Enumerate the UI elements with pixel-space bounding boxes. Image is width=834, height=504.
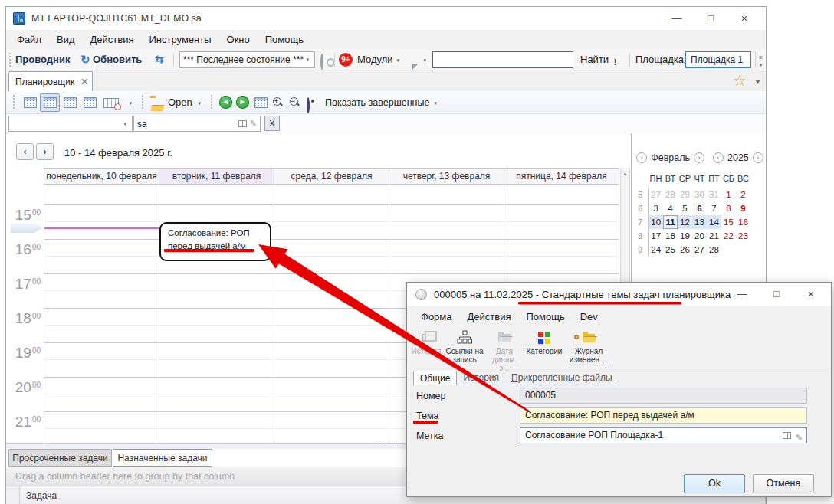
categories-button[interactable]: Категории [524, 329, 565, 355]
tab-assigned-tasks[interactable]: Назначенные задачи [113, 449, 212, 467]
mini-calendar-day[interactable]: 21 [707, 229, 721, 243]
book-icon[interactable] [238, 120, 247, 127]
dialog-menu-actions[interactable]: Действия [460, 307, 519, 326]
mini-calendar-day[interactable]: 12 [678, 215, 692, 229]
tab-overdue-tasks[interactable]: Просроченные задачи [8, 449, 112, 467]
mini-calendar-day[interactable]: 28 [707, 243, 721, 257]
mini-calendar-day[interactable]: 25 [663, 243, 678, 257]
gear-icon[interactable] [320, 54, 323, 70]
menu-actions[interactable]: Действия [83, 30, 142, 49]
eye-icon[interactable] [307, 97, 310, 113]
next-week-button[interactable]: › [36, 143, 54, 160]
day-header-wednesday[interactable]: среда, 12 февраля [274, 169, 389, 184]
toolbar-grip[interactable] [210, 94, 213, 110]
close-button[interactable]: × [731, 7, 757, 29]
calendar-event[interactable]: Согласование: РОП перед выдачей а/м [159, 222, 271, 261]
mini-calendar-day[interactable]: 24 [648, 243, 663, 257]
record-links-button[interactable]: Ссылки на запись [444, 329, 485, 364]
forward-button[interactable]: ► [236, 96, 249, 109]
chevron-down-icon[interactable]: ▼ [396, 58, 400, 64]
day-header-thursday[interactable]: четверг, 13 февраля [389, 169, 504, 184]
tab-scheduler[interactable]: Планировщик ✕ [8, 71, 93, 91]
tab-close-icon[interactable]: ✕ [80, 77, 88, 87]
chevron-down-icon[interactable]: ▼ [422, 58, 427, 64]
mini-calendar-day[interactable]: 30 [692, 188, 707, 201]
toolbar-grip[interactable] [8, 52, 11, 67]
mini-calendar-day[interactable]: 7 [707, 201, 721, 215]
open-button[interactable]: Open [168, 97, 192, 108]
refresh-button[interactable]: Обновить [93, 54, 142, 65]
menu-help[interactable]: Помощь [258, 30, 311, 49]
prev-year-icon[interactable]: ‹ [713, 152, 724, 163]
day-header-monday[interactable]: понедельник, 10 февраля [44, 169, 159, 184]
mini-calendar-day[interactable]: 26 [678, 243, 692, 257]
mini-calendar-day[interactable]: 9 [736, 201, 750, 215]
splitter-handle[interactable] [374, 446, 394, 448]
prev-month-icon[interactable]: ‹ [636, 152, 647, 163]
mini-calendar-day[interactable]: 27 [648, 188, 663, 201]
dialog-maximize-button[interactable]: □ [763, 283, 790, 306]
work-week-view-button[interactable] [60, 93, 80, 112]
site-combobox[interactable]: Площадка 1 [685, 51, 751, 68]
menu-view[interactable]: Вид [49, 30, 83, 49]
back-button[interactable]: ◄ [219, 96, 232, 109]
scroll-up-icon[interactable]: ▲ [621, 168, 629, 176]
toolbar-grip[interactable] [12, 94, 15, 110]
mini-calendar-day[interactable]: 4 [663, 201, 678, 215]
minimize-button[interactable]: — [664, 7, 690, 29]
mini-calendar-day[interactable]: 19 [678, 229, 692, 243]
mini-calendar-day[interactable]: 6 [692, 201, 707, 215]
mini-calendar-day[interactable]: 2 [736, 188, 750, 201]
maximize-button[interactable]: □ [698, 7, 724, 29]
dialog-tab-general[interactable]: Общие [413, 371, 457, 385]
toolbar-grip[interactable] [141, 94, 144, 110]
mini-calendar-day[interactable]: 23 [736, 229, 750, 243]
chevron-down-icon[interactable]: ▼ [197, 101, 202, 106]
prev-week-button[interactable]: ‹ [16, 143, 34, 160]
day-view-button[interactable] [20, 93, 40, 112]
dialog-menu-help[interactable]: Помощь [518, 307, 572, 326]
modules-button[interactable]: Модули [357, 54, 393, 65]
book-icon[interactable] [783, 432, 791, 439]
mini-calendar-day[interactable]: 13 [692, 215, 707, 229]
dialog-menu-form[interactable]: Форма [413, 307, 460, 326]
mini-calendar-day[interactable]: 17 [648, 229, 663, 243]
dialog-tab-attachments[interactable]: Прикрепленные файлы [505, 371, 619, 385]
notification-badge[interactable]: 9+ [339, 53, 353, 67]
timeline-view-button[interactable] [100, 93, 123, 112]
mini-calendar-day[interactable]: 31 [707, 188, 721, 201]
filter-combobox[interactable]: ▼ [8, 116, 133, 132]
mini-calendar-day[interactable]: 8 [721, 201, 736, 215]
week-view-button[interactable] [40, 93, 60, 112]
dialog-menu-dev[interactable]: Dev [573, 307, 606, 326]
pencil-icon[interactable]: ✎ [250, 119, 257, 129]
mini-calendar-day[interactable]: 22 [721, 229, 736, 243]
favorite-star-icon[interactable]: ☆ [733, 71, 747, 90]
chevron-down-icon[interactable]: ▼ [754, 78, 761, 86]
mini-calendar-day[interactable]: 15 [721, 215, 736, 229]
tag-field[interactable]: Согласование РОП Площадка-1 ✎ [520, 427, 807, 443]
mini-calendar-day[interactable]: 1 [721, 188, 736, 201]
day-header-friday[interactable]: пятница, 14 февраля [504, 169, 619, 184]
dialog-close-button[interactable]: × [798, 283, 824, 306]
menu-file[interactable]: Файл [9, 30, 49, 49]
mini-calendar-day[interactable]: 10 [648, 215, 663, 229]
mini-calendar-day[interactable]: 16 [736, 215, 750, 229]
mini-calendar-day[interactable]: 14 [707, 215, 721, 229]
filter-text-input[interactable]: sa ✎ [133, 116, 261, 132]
menu-window[interactable]: Окно [219, 30, 258, 49]
mini-calendar-day[interactable]: 27 [692, 243, 707, 257]
toolbar-overflow-button[interactable]: ≡▼ [755, 51, 766, 68]
explorer-button[interactable]: Проводник [15, 54, 70, 65]
clear-filter-button[interactable]: X [264, 116, 280, 131]
state-dropdown[interactable]: *** Последнее состояние *** ▼ [179, 51, 315, 68]
month-view-button[interactable] [80, 93, 100, 112]
find-button[interactable]: Найти [580, 54, 609, 65]
menu-tools[interactable]: Инструменты [141, 30, 218, 49]
mini-calendar-day[interactable]: 20 [692, 229, 707, 243]
refresh-icon[interactable]: ↻ [80, 53, 90, 67]
pencil-icon[interactable]: ✎ [796, 430, 803, 445]
mini-calendar-day[interactable]: 28 [663, 188, 678, 201]
mini-calendar-day[interactable]: 5 [678, 201, 692, 215]
mini-calendar-day[interactable]: 11 [663, 215, 678, 229]
